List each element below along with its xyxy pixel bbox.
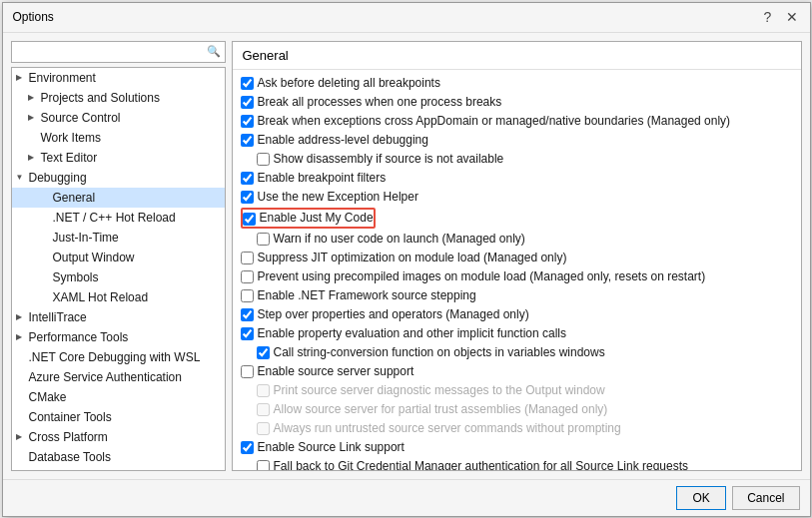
option-label-break-all-processes: Break all processes when one process bre… [258,94,502,111]
checkbox-print-source-server[interactable] [257,384,270,397]
option-label-step-over-properties: Step over properties and operators (Mana… [258,306,529,323]
tree-label-text-editor: Text Editor [41,150,98,166]
option-row-step-over-properties: Step over properties and operators (Mana… [239,305,795,324]
checkbox-step-over-properties[interactable] [241,308,254,321]
tree-item-work-items[interactable]: Work Items [12,128,225,148]
tree-item-environment[interactable]: ▶Environment [12,68,225,88]
option-row-enable-property-eval: Enable property evaluation and other imp… [239,324,795,343]
option-row-enable-net-source: Enable .NET Framework source stepping [239,286,795,305]
checkbox-enable-property-eval[interactable] [241,327,254,340]
tree-label-cmake: CMake [29,389,67,405]
cancel-button[interactable]: Cancel [732,486,799,510]
checkbox-break-exceptions-appdomain[interactable] [241,115,254,128]
checkbox-prevent-precompiled[interactable] [241,270,254,283]
checkbox-allow-partial-trust[interactable] [257,403,270,416]
tree-item-database-tools[interactable]: Database Tools [12,447,225,467]
option-label-call-string-conversion: Call string-conversion function on objec… [274,344,605,361]
checkbox-break-all-processes[interactable] [241,96,254,109]
checkbox-enable-source-server[interactable] [241,365,254,378]
option-label-fallback-git-credential: Fall back to Git Credential Manager auth… [274,458,689,470]
checkbox-enable-just-my-code[interactable] [243,213,256,226]
option-label-ask-delete-bp: Ask before deleting all breakpoints [258,75,440,92]
tree-item-output-window[interactable]: Output Window [12,248,225,267]
search-input[interactable] [16,45,207,59]
highlight-box-enable-just-my-code: Enable Just My Code [241,208,376,229]
tree-label-dotnet-hotreload: .NET / C++ Hot Reload [53,210,176,226]
option-label-use-new-exception: Use the new Exception Helper [258,189,418,206]
tree-label-output-window: Output Window [53,250,135,265]
checkbox-enable-net-source[interactable] [241,289,254,302]
tree-label-cross-platform: Cross Platform [29,429,108,445]
option-row-warn-no-user-code: Warn if no user code on launch (Managed … [239,230,795,249]
tree-item-dotnet-core-wsl[interactable]: .NET Core Debugging with WSL [12,347,225,367]
tree-label-fsharp-tools: F# Tools [29,469,74,471]
checkbox-enable-bp-filters[interactable] [241,172,254,185]
tree-item-performance-tools[interactable]: ▶Performance Tools [12,327,225,347]
option-label-enable-net-source: Enable .NET Framework source stepping [258,287,476,304]
tree-item-azure-auth[interactable]: Azure Service Authentication [12,367,225,387]
tree-item-intellitrace[interactable]: ▶IntelliTrace [12,307,225,327]
tree-label-debugging: Debugging [29,170,87,186]
tree-arrow-intellitrace: ▶ [16,309,26,325]
bottom-bar: OK Cancel [3,479,810,516]
option-row-use-new-exception: Use the new Exception Helper [239,188,795,207]
tree-label-azure-auth: Azure Service Authentication [29,369,182,385]
tree-label-container-tools: Container Tools [29,409,112,425]
tree-item-container-tools[interactable]: Container Tools [12,407,225,427]
option-row-enable-address-debug: Enable address-level debugging [239,131,795,150]
option-row-enable-bp-filters: Enable breakpoint filters [239,169,795,188]
option-label-suppress-jit: Suppress JIT optimization on module load… [258,250,567,266]
tree-item-fsharp-tools[interactable]: F# Tools [12,467,225,471]
tree-item-debugging[interactable]: ▼Debugging [12,168,225,188]
tree-item-cmake[interactable]: CMake [12,387,225,407]
option-row-ask-delete-bp: Ask before deleting all breakpoints [239,74,795,93]
tree-item-cross-platform[interactable]: ▶Cross Platform [12,427,225,447]
tree-item-projects-solutions[interactable]: ▶Projects and Solutions [12,88,225,108]
tree-arrow-debugging: ▼ [16,170,26,186]
tree-arrow-performance-tools: ▶ [16,329,26,345]
ok-button[interactable]: OK [676,486,726,510]
search-box[interactable]: 🔍 [11,41,226,63]
right-panel: General Ask before deleting all breakpoi… [232,41,802,471]
tree-item-source-control[interactable]: ▶Source Control [12,108,225,128]
checkbox-ask-delete-bp[interactable] [241,77,254,90]
tree-item-symbols[interactable]: Symbols [12,267,225,287]
option-row-enable-just-my-code: Enable Just My Code [239,207,795,230]
option-label-allow-partial-trust: Allow source server for partial trust as… [274,401,608,418]
checkbox-use-new-exception[interactable] [241,191,254,204]
tree-arrow-source-control: ▶ [28,110,38,126]
option-label-print-source-server: Print source server diagnostic messages … [274,382,605,399]
checkbox-enable-source-link[interactable] [241,441,254,454]
tree-label-symbols: Symbols [53,269,99,285]
checkbox-show-disassembly[interactable] [257,153,270,166]
left-panel: 🔍 ▶Environment▶Projects and Solutions▶So… [11,41,226,471]
checkbox-suppress-jit[interactable] [241,252,254,264]
tree-item-text-editor[interactable]: ▶Text Editor [12,148,225,168]
title-icons: ? ✕ [760,9,800,25]
dialog-title: Options [13,10,54,24]
checkbox-enable-address-debug[interactable] [241,134,254,147]
tree-label-projects-solutions: Projects and Solutions [41,90,160,106]
tree-item-xaml-hot-reload[interactable]: XAML Hot Reload [12,287,225,307]
option-label-enable-source-server: Enable source server support [258,363,414,380]
option-row-allow-partial-trust: Allow source server for partial trust as… [239,400,795,419]
checkbox-always-run-untrusted[interactable] [257,422,270,435]
tree-item-just-in-time[interactable]: Just-In-Time [12,228,225,248]
option-label-enable-address-debug: Enable address-level debugging [258,132,428,149]
close-icon[interactable]: ✕ [784,9,800,25]
search-icon: 🔍 [207,45,221,58]
options-dialog: Options ? ✕ 🔍 ▶Environment▶Projects and … [2,2,811,517]
tree-label-dotnet-core-wsl: .NET Core Debugging with WSL [29,349,201,365]
option-label-enable-property-eval: Enable property evaluation and other imp… [258,325,567,342]
checkbox-fallback-git-credential[interactable] [257,460,270,470]
help-icon[interactable]: ? [760,9,776,25]
checkbox-warn-no-user-code[interactable] [257,233,270,246]
option-row-break-exceptions-appdomain: Break when exceptions cross AppDomain or… [239,112,795,131]
tree-item-dotnet-hotreload[interactable]: .NET / C++ Hot Reload [12,208,225,228]
checkbox-call-string-conversion[interactable] [257,346,270,359]
option-label-enable-bp-filters: Enable breakpoint filters [258,170,387,187]
option-row-always-run-untrusted: Always run untrusted source server comma… [239,419,795,438]
option-row-enable-source-link: Enable Source Link support [239,438,795,457]
option-row-prevent-precompiled: Prevent using precompiled images on modu… [239,267,795,286]
tree-item-general[interactable]: General [12,188,225,208]
